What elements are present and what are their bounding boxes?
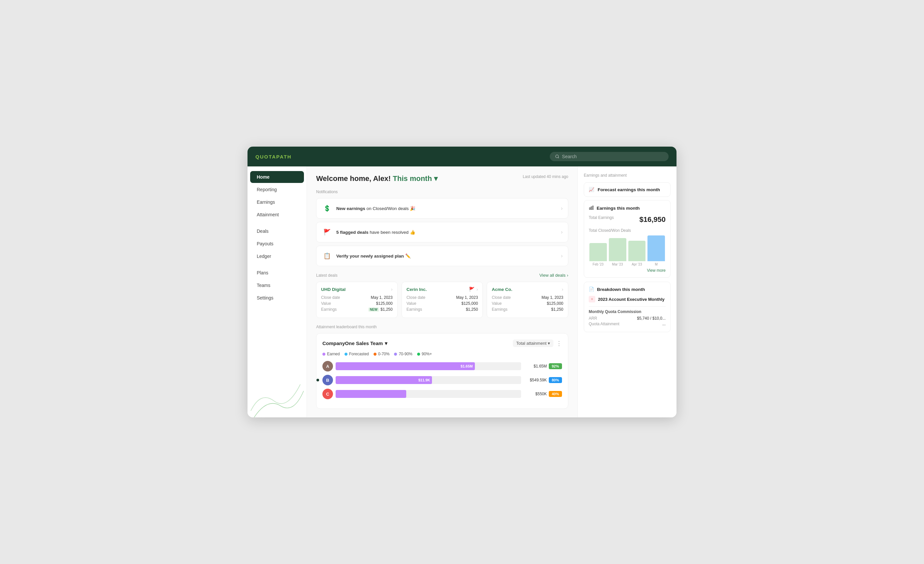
last-updated: Last updated 40 mins ago [523, 174, 568, 179]
trending-up-icon: 📈 [589, 187, 594, 192]
sidebar-item-home[interactable]: Home [250, 171, 304, 183]
deal-row-value-0: Value $125,000 [321, 301, 393, 306]
bar-row-1: B $11.9K $549.59K 80% [322, 375, 562, 385]
content-area: Welcome home, Alex! This month ▾ Last up… [307, 167, 578, 417]
commission-section: Monthly Quota Commission ARR $5,740 / $1… [589, 310, 666, 326]
bar-row-2: C $550K 40% [322, 389, 562, 399]
earnings-notif-icon: 💲 [322, 203, 332, 214]
legend-dot-70-90 [394, 353, 397, 356]
sidebar-item-reporting[interactable]: Reporting [250, 183, 304, 196]
legend-0-70: 0-70% [374, 352, 390, 356]
leaderboard-legend: Earned Forecasted 0-70% 70-90% [322, 352, 562, 356]
chevron-right-icon-2: › [561, 229, 562, 235]
deal-row-value-1: Value $125,000 [406, 301, 478, 306]
sidebar-item-attainment[interactable]: Attainment [250, 209, 304, 221]
deal-row-earnings-1: Earnings $1,250 [406, 307, 478, 312]
bar-container-0: $1.65M [336, 362, 521, 370]
deal-card-0: UHD Digital › Close date May 1, 2023 Val… [316, 282, 398, 318]
deal-row-earnings-0: Earnings NEW$1,250 [321, 307, 393, 312]
notification-item-earnings[interactable]: 💲 New earnings on Closed/Won deals 🎉 › [316, 198, 568, 219]
deal-card-1: Cerin Inc. 🚩 › Close date May 1, 2023 Va… [402, 282, 483, 318]
breakdown-header: 📄 Breakdown this month [589, 287, 666, 292]
avatar-2: C [322, 389, 333, 399]
notification-item-flagged[interactable]: 🚩 5 flagged deals have been resolved 👍 › [316, 222, 568, 242]
notification-text-plan: Verify your newly assigned plan ✏️ [336, 253, 561, 259]
legend-dot-0-70 [374, 353, 376, 356]
legend-dot-forecasted [345, 353, 348, 356]
bar-row-0: A $1.65M $1.65M 92% [322, 361, 562, 371]
attainment-selector[interactable]: Total attainment ▾ [513, 340, 554, 347]
app-frame: QUOTAPATH Home Reporting Earnings Attain… [248, 147, 676, 417]
legend-dot-90-plus [417, 353, 420, 356]
deal-name-0[interactable]: UHD Digital [321, 287, 345, 292]
legend-dot-earned [322, 353, 326, 356]
commission-row-arr: ARR $5,740 / $10,0... [589, 316, 666, 320]
leaderboard-controls: Total attainment ▾ ⋮ [513, 340, 562, 347]
sidebar-item-ledger[interactable]: Ledger [250, 250, 304, 262]
bar-right-0: $1.65M 92% [524, 363, 562, 369]
attainment-badge-2: 40% [549, 391, 562, 397]
sidebar-item-payouts[interactable]: Payouts [250, 238, 304, 250]
period-selector[interactable]: This month ▾ [393, 174, 438, 183]
rp-section-label: Earnings and attainment [584, 173, 670, 177]
deal-name-2[interactable]: Acme Co. [492, 287, 512, 292]
bar-chart-icon [589, 205, 594, 211]
deal-card-header-1: Cerin Inc. 🚩 › [406, 287, 478, 292]
search-bar[interactable] [550, 152, 669, 161]
view-all-deals-link[interactable]: View all deals › [539, 273, 568, 278]
right-panel: Earnings and attainment 📈 Forecast earni… [578, 167, 676, 417]
welcome-section: Welcome home, Alex! This month ▾ [316, 174, 438, 183]
deal-arrow-icon-0: › [391, 287, 393, 292]
search-icon [555, 154, 560, 159]
breakdown-section: 📄 Breakdown this month + 2023 Account Ex… [584, 282, 670, 332]
bar-container-1: $11.9K [336, 376, 521, 384]
page-header: Welcome home, Alex! This month ▾ Last up… [316, 174, 568, 183]
view-more-link[interactable]: View more [589, 268, 666, 273]
legend-90-plus: 90%+ [417, 352, 432, 356]
sidebar-item-deals[interactable]: Deals [250, 225, 304, 237]
chart-bar-feb: Feb '23 [590, 243, 607, 266]
deals-grid: UHD Digital › Close date May 1, 2023 Val… [316, 282, 568, 318]
earnings-chart: Feb '23 Mar '23 Apr '23 M [589, 236, 666, 266]
topbar: QUOTAPATH [248, 147, 676, 167]
sidebar-item-settings[interactable]: Settings [250, 292, 304, 304]
team-selector[interactable]: CompanyOne Sales Team ▾ [322, 340, 387, 346]
svg-rect-2 [591, 207, 592, 209]
sidebar-item-teams[interactable]: Teams [250, 279, 304, 291]
deal-row-earnings-2: Earnings $1,250 [492, 307, 563, 312]
bar-right-1: $549.59K 80% [524, 377, 562, 383]
sidebar-item-earnings[interactable]: Earnings [250, 196, 304, 208]
deal-row-value-2: Value $125,000 [492, 301, 563, 306]
search-input[interactable] [562, 154, 663, 159]
chart-bar-may: M [648, 235, 665, 266]
sidebar-item-plans[interactable]: Plans [250, 267, 304, 279]
deal-row-date-2: Close date May 1, 2023 [492, 295, 563, 300]
legend-forecasted: Forecasted [345, 352, 369, 356]
deal-card-header-0: UHD Digital › [321, 287, 393, 292]
legend-earned: Earned [322, 352, 340, 356]
selected-indicator [316, 379, 319, 381]
plan-notif-icon: 📋 [322, 251, 332, 261]
deal-row-date-1: Close date May 1, 2023 [406, 295, 478, 300]
total-earnings-row: Total Earnings $16,950 [589, 215, 666, 224]
breakdown-icon: 📄 [589, 287, 594, 292]
notifications-label: Notifications [316, 190, 568, 194]
notification-text-earnings: New earnings on Closed/Won deals 🎉 [336, 206, 561, 211]
more-options-button[interactable]: ⋮ [556, 340, 562, 347]
commission-row-quota: Quota Attainment ... [589, 322, 666, 326]
bar-container-2 [336, 390, 521, 398]
plan-icon: + [589, 296, 596, 302]
deal-card-2: Acme Co. › Close date May 1, 2023 Value … [487, 282, 568, 318]
svg-point-0 [556, 155, 559, 158]
deal-row-date-0: Close date May 1, 2023 [321, 295, 393, 300]
notification-item-plan[interactable]: 📋 Verify your newly assigned plan ✏️ › [316, 246, 568, 266]
bar-fill-0: $1.65M [336, 362, 475, 370]
bar-feb [590, 243, 607, 261]
page-title: Welcome home, Alex! This month ▾ [316, 174, 438, 183]
legend-70-90: 70-90% [394, 352, 412, 356]
chevron-right-icon: › [561, 205, 562, 211]
deal-name-1[interactable]: Cerin Inc. [406, 287, 427, 292]
earnings-section: Earnings this month Total Earnings $16,9… [584, 200, 670, 278]
forecast-earnings-button[interactable]: 📈 Forecast earnings this month [584, 182, 670, 197]
notification-text-flagged: 5 flagged deals have been resolved 👍 [336, 230, 561, 235]
